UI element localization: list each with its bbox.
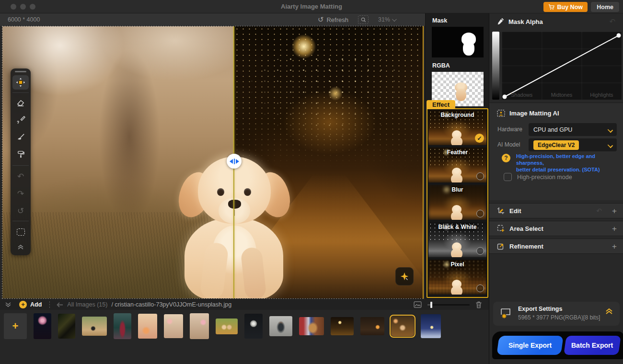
area-select-section-header[interactable]: Area Select +	[489, 221, 623, 236]
mask-alpha-header: Mask Alpha ↶	[489, 13, 623, 31]
thumbnail-fireplace-room[interactable]	[360, 317, 384, 335]
hardware-dropdown[interactable]: CPU and GPU	[529, 123, 617, 136]
add-image-tile[interactable]: +	[4, 313, 27, 339]
thumbnail-puppies-field[interactable]	[216, 318, 238, 334]
effect-tab: Effect	[427, 100, 455, 109]
effect-radio[interactable]	[476, 172, 484, 180]
slider-handle[interactable]	[430, 302, 432, 308]
eyedropper-icon[interactable]	[496, 18, 504, 26]
eraser-icon	[16, 98, 25, 107]
help-icon[interactable]: ?	[502, 154, 510, 162]
preview-panel: Mask RGBA Effect Background ✓ Feather Bl…	[425, 13, 489, 299]
breadcrumb-current-file: / cristian-castillo-73pyV0JJOmE-unsplash…	[111, 301, 231, 308]
thumbnail-woman-red-dress[interactable]	[114, 313, 131, 339]
expand-icon: +	[612, 206, 617, 216]
split-arrow-left-icon	[230, 159, 233, 164]
home-button[interactable]: Home	[591, 2, 619, 12]
compare-split-handle[interactable]	[227, 154, 242, 169]
thumbnail-dog-night-street-selected[interactable]	[391, 316, 414, 336]
edit-section-header[interactable]: Edit ↶ +	[489, 203, 623, 218]
breadcrumb-collection[interactable]: All Images (15)	[67, 301, 107, 308]
marquee-select-tool-button[interactable]	[12, 225, 29, 239]
batch-export-button[interactable]: Batch Export	[564, 336, 621, 355]
add-image-icon[interactable]: +	[19, 301, 27, 308]
thumbnail-winter-night[interactable]	[421, 314, 441, 338]
zoom-tool-button[interactable]	[358, 15, 369, 24]
mask-label: Mask	[432, 17, 447, 24]
move-tool-icon	[15, 77, 26, 88]
effect-feather[interactable]: Feather	[428, 148, 486, 182]
collapse-toolbox-button[interactable]	[12, 240, 29, 254]
expand-icon: +	[612, 242, 617, 251]
refinement-icon	[497, 242, 505, 250]
alpha-curve-editor[interactable]: Shadows Midtones Highlights	[502, 32, 622, 100]
thumbnail-size-icon	[414, 301, 422, 308]
effect-background[interactable]: Background ✓	[428, 110, 486, 145]
buy-now-button[interactable]: Buy Now	[543, 2, 588, 12]
single-export-button[interactable]: Single Export	[496, 336, 564, 355]
paint-roller-tool-button[interactable]	[12, 147, 29, 161]
sparkle-icon	[399, 271, 410, 282]
brush-icon	[16, 133, 25, 142]
back-arrow-icon[interactable]	[57, 302, 63, 307]
effect-radio[interactable]	[476, 284, 484, 292]
thumbnail-dandelion[interactable]	[244, 314, 263, 339]
high-precision-label: High-precision mode	[517, 174, 572, 181]
undo-button[interactable]: ↶	[12, 169, 29, 183]
add-image-label[interactable]: Add	[30, 301, 42, 308]
hardware-label: Hardware	[497, 126, 522, 133]
thumbnail-woman-flowers-2[interactable]	[164, 314, 183, 338]
image-dimensions: 6000 * 4000	[8, 16, 40, 23]
refinement-section-header[interactable]: Refinement +	[489, 239, 623, 254]
matting-ai-title: Image Matting AI	[509, 110, 559, 117]
effect-panel: Effect Background ✓ Feather Blur Black &…	[427, 108, 488, 298]
main-canvas[interactable]	[2, 26, 424, 299]
edit-undo-icon: ↶	[596, 207, 602, 215]
chevrons-up-icon[interactable]	[605, 308, 613, 315]
redo-button[interactable]: ↷	[12, 186, 29, 201]
export-format-info: 5965 * 3977 PNG(RGBA)[8 bits]	[518, 314, 600, 321]
thumbnail-woman-flowers-3[interactable]	[190, 313, 209, 339]
effect-blur[interactable]: Blur	[428, 185, 486, 220]
thumbnail-woman-flowers-1[interactable]	[138, 314, 157, 339]
brush-tool-button[interactable]	[12, 130, 29, 144]
mask-alpha-reset-icon[interactable]: ↶	[609, 17, 615, 26]
eraser-tool-button[interactable]	[12, 95, 29, 110]
effect-radio[interactable]	[476, 247, 484, 255]
effect-black-white[interactable]: Black & White	[428, 222, 486, 257]
model-hint-text: High-precision, better edge and sharpnes…	[516, 153, 617, 173]
thumbnail-night-street[interactable]	[331, 317, 354, 335]
subject-dog	[171, 154, 298, 299]
thumbnail-man-portrait[interactable]	[269, 316, 292, 336]
thumbnail-bicycle-forest[interactable]	[82, 317, 107, 336]
thumbnail-dog-with-flag[interactable]	[299, 317, 324, 335]
toolbox-drag-handle[interactable]	[15, 71, 26, 72]
effect-radio[interactable]	[476, 210, 484, 217]
thumbnail-dark-abstract[interactable]	[58, 314, 75, 339]
edit-icon	[497, 207, 505, 215]
refresh-button[interactable]: ↺ Refresh	[318, 15, 348, 24]
undo-icon: ↶	[17, 171, 24, 182]
expand-icon: +	[612, 224, 617, 234]
ai-enhance-button[interactable]	[395, 267, 414, 285]
aiarty-image-matting-window: Aiarty Image Matting Buy Now Home 6000 *…	[0, 0, 623, 364]
move-tool-button[interactable]	[12, 75, 29, 90]
settings-panel: Mask Alpha ↶ Shadows Midtones Highlights…	[489, 13, 623, 364]
chevrons-up-icon	[17, 244, 24, 250]
high-precision-checkbox[interactable]	[504, 173, 512, 181]
mask-preview[interactable]	[432, 27, 484, 57]
collapse-filmstrip-icon[interactable]	[5, 302, 12, 307]
chevron-down-icon	[392, 17, 397, 22]
zoom-level-dropdown[interactable]: 31%	[378, 16, 395, 23]
reset-button[interactable]: ↺	[12, 204, 29, 218]
export-buttons-dock: Single Export Batch Export	[492, 331, 623, 359]
trash-icon[interactable]	[475, 301, 482, 308]
export-settings[interactable]: Export Settings 5965 * 3977 PNG(RGBA)[8 …	[493, 302, 620, 326]
thumbnail-size-slider[interactable]	[427, 304, 470, 306]
pencil-tool-button[interactable]	[12, 113, 29, 127]
mask-alpha-title: Mask Alpha	[508, 18, 543, 25]
effect-pixel[interactable]: Pixel	[428, 260, 486, 295]
chevron-down-icon	[608, 143, 613, 148]
ai-model-dropdown[interactable]: EdgeClear V2	[529, 138, 617, 151]
thumbnail-jellyfish[interactable]	[34, 313, 51, 339]
